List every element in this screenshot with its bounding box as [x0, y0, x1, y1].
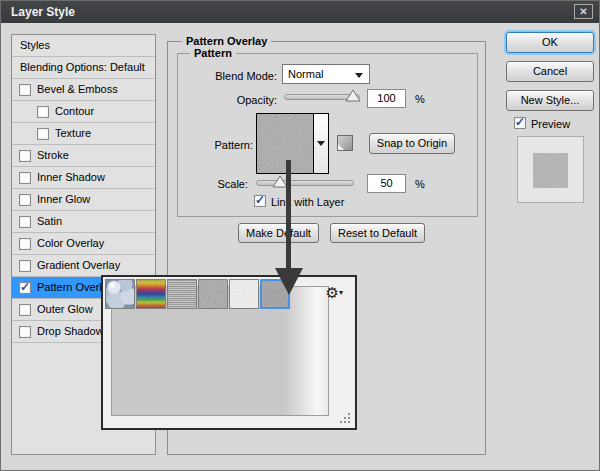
- scale-input[interactable]: 50: [367, 174, 406, 193]
- title-bar[interactable]: Layer Style ✕: [1, 1, 599, 23]
- gear-caret-icon: ▾: [339, 288, 343, 297]
- sidebar-item-satin[interactable]: Satin: [12, 211, 155, 233]
- reset-to-default-button[interactable]: Reset to Default: [330, 223, 425, 243]
- sidebar-item-inner-shadow[interactable]: Inner Shadow: [12, 167, 155, 189]
- opacity-unit: %: [415, 93, 425, 105]
- chevron-down-icon: [355, 73, 363, 78]
- sidebar-item-bevel-emboss[interactable]: Bevel & Emboss: [12, 79, 155, 101]
- noise-texture: [230, 280, 258, 308]
- link-with-layer-checkbox[interactable]: [254, 195, 266, 207]
- pattern-swatch-row: [105, 279, 290, 309]
- noise-texture: [199, 280, 227, 308]
- noise-texture: [257, 114, 313, 173]
- style-checkbox[interactable]: [19, 282, 31, 294]
- preview-checkbox[interactable]: [514, 117, 526, 129]
- noise-texture: [168, 280, 196, 308]
- pattern-swatch-bubbles[interactable]: [105, 279, 135, 309]
- ok-button[interactable]: OK: [506, 32, 594, 53]
- scale-unit: %: [415, 178, 425, 190]
- sidebar-item-label: Stroke: [37, 145, 69, 166]
- sidebar-item-stroke[interactable]: Stroke: [12, 145, 155, 167]
- style-checkbox[interactable]: [19, 150, 31, 162]
- noise-texture: [106, 280, 134, 308]
- sidebar-item-label: Contour: [55, 101, 94, 122]
- layer-style-dialog: Layer Style ✕ Styles Blending Options: D…: [0, 0, 600, 471]
- sidebar-item-label: Outer Glow: [37, 299, 93, 320]
- sidebar-item-label: Blending Options: Default: [20, 57, 145, 78]
- pattern-thumbnail[interactable]: [257, 114, 313, 173]
- sidebar-item-gradient-overlay[interactable]: Gradient Overlay: [12, 255, 155, 277]
- sidebar-item-inner-glow[interactable]: Inner Glow: [12, 189, 155, 211]
- snap-to-origin-button[interactable]: Snap to Origin: [369, 133, 455, 154]
- close-icon[interactable]: ✕: [574, 4, 593, 19]
- pattern-picker-button[interactable]: [313, 114, 328, 173]
- sidebar-item-contour[interactable]: Contour: [12, 101, 155, 123]
- new-pattern-icon[interactable]: [337, 135, 353, 151]
- blend-mode-label: Blend Mode:: [187, 70, 277, 82]
- blend-mode-select[interactable]: Normal: [282, 64, 370, 84]
- chevron-down-icon: [317, 141, 325, 146]
- opacity-slider-thumb[interactable]: [345, 89, 361, 102]
- preview-thumbnail: [533, 153, 568, 188]
- panel-group-title: Pattern Overlay: [182, 35, 271, 47]
- noise-texture: [533, 153, 568, 188]
- sidebar-item-label: Styles: [20, 35, 50, 56]
- sidebar-item-blending-options[interactable]: Blending Options: Default: [12, 57, 155, 79]
- style-checkbox[interactable]: [19, 84, 31, 96]
- sidebar-item-label: Bevel & Emboss: [37, 79, 118, 100]
- sidebar-item-label: Inner Glow: [37, 189, 90, 210]
- annotation-arrow-shaft: [286, 160, 291, 272]
- dialog-title: Layer Style: [11, 5, 75, 19]
- pattern-picker-popup: ⚙▾: [101, 275, 357, 430]
- opacity-label: Opacity:: [187, 94, 277, 106]
- link-with-layer-label: Link with Layer: [271, 196, 344, 208]
- style-checkbox[interactable]: [19, 172, 31, 184]
- new-style-button[interactable]: New Style...: [506, 90, 594, 111]
- style-checkbox[interactable]: [19, 194, 31, 206]
- scale-label: Scale:: [181, 178, 248, 190]
- preview-panel: [517, 136, 584, 203]
- annotation-arrow-head: [274, 268, 304, 296]
- style-checkbox[interactable]: [37, 106, 49, 118]
- sidebar-item-texture[interactable]: Texture: [12, 123, 155, 145]
- sidebar-item-label: Texture: [55, 123, 91, 144]
- blend-mode-value: Normal: [288, 68, 323, 80]
- noise-texture: [137, 280, 165, 308]
- style-checkbox[interactable]: [19, 304, 31, 316]
- style-checkbox[interactable]: [37, 128, 49, 140]
- pattern-swatch-woven[interactable]: [167, 279, 197, 309]
- pattern-well[interactable]: [256, 113, 329, 174]
- style-checkbox[interactable]: [19, 326, 31, 338]
- preview-label: Preview: [531, 118, 570, 130]
- sidebar-item-label: Color Overlay: [37, 233, 104, 254]
- sidebar-item-label: Inner Shadow: [37, 167, 105, 188]
- style-checkbox[interactable]: [19, 260, 31, 272]
- pattern-swatch-tie-dye[interactable]: [136, 279, 166, 309]
- sidebar-item-styles[interactable]: Styles: [12, 35, 155, 57]
- resize-grip[interactable]: [348, 421, 350, 423]
- pattern-label: Pattern:: [181, 139, 253, 151]
- cancel-button[interactable]: Cancel: [506, 61, 594, 82]
- opacity-input[interactable]: 100: [367, 89, 406, 108]
- sidebar-item-label: Satin: [37, 211, 62, 232]
- sidebar-item-color-overlay[interactable]: Color Overlay: [12, 233, 155, 255]
- gear-icon[interactable]: ⚙▾: [326, 285, 343, 300]
- make-default-button[interactable]: Make Default: [238, 223, 319, 243]
- sidebar-item-label: Gradient Overlay: [37, 255, 120, 276]
- style-checkbox[interactable]: [19, 216, 31, 228]
- style-checkbox[interactable]: [19, 238, 31, 250]
- pattern-swatch-gray-noise[interactable]: [198, 279, 228, 309]
- sidebar-item-label: Drop Shadow: [37, 321, 104, 342]
- pattern-swatch-white-noise[interactable]: [229, 279, 259, 309]
- scale-slider-track[interactable]: [256, 180, 354, 186]
- subpanel-title: Pattern: [190, 47, 236, 59]
